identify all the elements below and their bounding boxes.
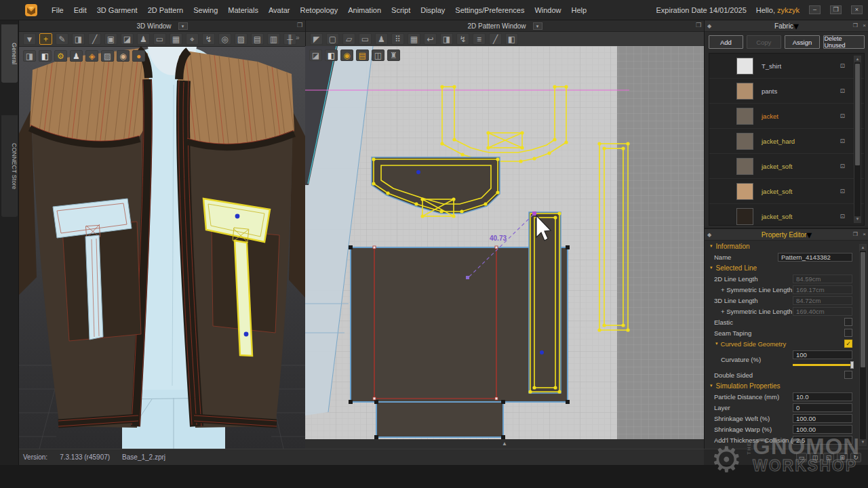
fabric-scrollbar[interactable]: ▲ ▼: [854, 56, 861, 223]
3d-toolbar-overflow-icon[interactable]: »: [296, 34, 300, 41]
show-textured-garment-icon[interactable]: ◨: [23, 50, 36, 62]
pin-icon[interactable]: ◆: [707, 232, 711, 238]
menu-2d-pattern[interactable]: 2D Pattern: [148, 6, 184, 14]
fabric-copy-button[interactable]: Copy: [747, 35, 781, 49]
segment-sew-icon[interactable]: ╱: [88, 33, 101, 45]
menu-display[interactable]: Display: [420, 6, 445, 14]
texture-toggle-icon[interactable]: ◪: [309, 49, 322, 61]
gizmo-select-icon[interactable]: ▼: [23, 33, 36, 45]
pin-icon[interactable]: ◆: [707, 23, 711, 29]
show-garment-2d-icon[interactable]: ◧: [505, 33, 518, 45]
menu-retopology[interactable]: Retopology: [300, 6, 338, 14]
layout-reset-icon[interactable]: ↻: [850, 453, 861, 462]
pin-tack-icon[interactable]: ⌖: [186, 33, 199, 45]
trace-points-icon[interactable]: ⠿: [391, 33, 404, 45]
fabric-link-icon[interactable]: ⊡: [840, 113, 845, 119]
section-information[interactable]: ▾Information: [705, 241, 861, 251]
fabric-swatch[interactable]: [736, 83, 753, 100]
property-editor-scrollbar[interactable]: ▲ ▼: [859, 244, 867, 446]
fabric-row[interactable]: T_shirt ⊡: [709, 54, 864, 79]
grading-grid-icon[interactable]: ▦: [408, 33, 420, 45]
close-button[interactable]: ×: [851, 5, 863, 14]
section-simulation-properties[interactable]: ▾Simulation Properties: [705, 380, 861, 391]
edit-pattern-icon[interactable]: ▢: [326, 33, 339, 45]
layout-quad-icon[interactable]: ⊞: [837, 453, 848, 462]
collapse-arrow-icon[interactable]: ▲: [502, 441, 507, 447]
menu-script[interactable]: Script: [391, 6, 410, 14]
show-garment-icon[interactable]: ◧: [39, 50, 52, 62]
fabric-row[interactable]: jacket_soft ⊡: [709, 204, 864, 226]
layout-three-icon[interactable]: ◱: [823, 453, 834, 462]
menu-sewing[interactable]: Sewing: [193, 6, 218, 14]
username[interactable]: zykzyk: [777, 6, 800, 14]
fold-arrangement-icon[interactable]: ↯: [202, 33, 215, 45]
menu-help[interactable]: Help: [572, 6, 587, 14]
fabric-row[interactable]: jacket_soft ⊡: [709, 179, 864, 204]
menu-materials[interactable]: Materials: [228, 6, 258, 14]
rectangle-tool-icon[interactable]: ▭: [359, 33, 372, 45]
arrange-box-icon[interactable]: ▭: [153, 33, 166, 45]
2d-window-header[interactable]: 2D Pattern Window ▾ ❒: [306, 20, 704, 32]
menu-window[interactable]: Window: [534, 6, 561, 14]
fabric-row-selected[interactable]: jacket ⊡: [709, 104, 864, 129]
3d-window-float-icon[interactable]: ❒: [297, 22, 302, 28]
name-input[interactable]: Pattern_4143382: [778, 253, 852, 262]
fabric-swatch[interactable]: [736, 133, 753, 150]
flatten-icon[interactable]: ▤: [251, 33, 264, 45]
fabric-row[interactable]: jacket_hard ⊡: [709, 129, 864, 154]
addl-thickness-input[interactable]: 2.5: [793, 436, 852, 445]
curvature-slider[interactable]: [793, 361, 852, 368]
fabric-link-icon[interactable]: ⊡: [840, 62, 845, 69]
fabric-delete-unused-button[interactable]: Delete Unused: [823, 35, 865, 49]
add-pin-icon[interactable]: +: [39, 33, 52, 45]
pattern-info-icon[interactable]: ◉: [340, 49, 353, 61]
menu-3d-garment[interactable]: 3D Garment: [97, 6, 138, 14]
rail-tab-connect-store[interactable]: CONNECT Store: [1, 115, 18, 217]
fabric-dropdown-icon[interactable]: ▾: [793, 20, 799, 33]
layer-input[interactable]: 0: [793, 403, 852, 412]
property-editor-close-icon[interactable]: ×: [863, 231, 866, 237]
show-avatar-icon[interactable]: ♟: [70, 50, 83, 62]
lock-pattern-icon[interactable]: ◫: [372, 49, 384, 61]
section-selected-line[interactable]: ▾Selected Line: [705, 262, 861, 273]
measure-tape-icon[interactable]: ▨: [235, 33, 248, 45]
menu-animation[interactable]: Animation: [348, 6, 381, 14]
show-pattern-mesh-icon[interactable]: ⚙: [54, 50, 67, 62]
fabric-swatch[interactable]: [736, 158, 753, 175]
polygon-tool-icon[interactable]: ▱: [342, 33, 355, 45]
show-garment-toggle-icon[interactable]: ◧: [325, 49, 338, 61]
property-editor-float-icon[interactable]: ❒: [853, 231, 858, 237]
sew-2d-icon[interactable]: ◨: [440, 33, 453, 45]
fabric-add-button[interactable]: Add: [709, 35, 743, 49]
elastic-checkbox[interactable]: [844, 318, 852, 326]
show-arrangement-points-icon[interactable]: ◈: [85, 50, 98, 62]
pattern-point-dot[interactable]: [235, 214, 240, 219]
fabric-link-icon[interactable]: ⊡: [840, 163, 845, 169]
cut-sew-icon[interactable]: ╱: [489, 33, 502, 45]
fabric-swatch[interactable]: [736, 108, 753, 125]
pleats-icon[interactable]: ≡: [473, 33, 486, 45]
pin-point-icon[interactable]: ◎: [218, 33, 231, 45]
scroll-down-icon[interactable]: ▼: [854, 216, 861, 222]
layout-single-icon[interactable]: ▭: [796, 453, 807, 462]
sewing-edit-icon[interactable]: ✎: [56, 33, 68, 45]
avatar-silhouette-icon[interactable]: ♟: [375, 33, 388, 45]
double-sided-checkbox[interactable]: [844, 371, 852, 379]
fabric-row[interactable]: pants ⊡: [709, 79, 864, 104]
shrinkage-weft-input[interactable]: 100.00: [793, 414, 852, 423]
property-editor-dropdown-icon[interactable]: ▾: [806, 228, 812, 241]
steam-icon[interactable]: ▥: [267, 33, 280, 45]
shrinkage-warp-input[interactable]: 100.00: [793, 425, 852, 434]
menu-avatar[interactable]: Avatar: [269, 6, 290, 14]
fabric-assign-button[interactable]: Assign: [785, 35, 821, 49]
fold-pattern-icon[interactable]: ↩: [424, 33, 437, 45]
2d-window-float-icon[interactable]: ❒: [696, 22, 701, 28]
restore-button[interactable]: ❒: [830, 5, 842, 14]
layout-double-icon[interactable]: ◫: [810, 453, 821, 462]
fabric-swatch[interactable]: [736, 58, 753, 75]
2d-bottom-collapse-bar[interactable]: ▲: [305, 439, 704, 449]
scroll-up-icon[interactable]: ▲: [854, 56, 861, 62]
seam-allowance-icon[interactable]: ↯: [456, 33, 469, 45]
3d-window-dropdown-icon[interactable]: ▾: [178, 22, 188, 30]
avatar-show-icon[interactable]: ♟: [137, 33, 150, 45]
